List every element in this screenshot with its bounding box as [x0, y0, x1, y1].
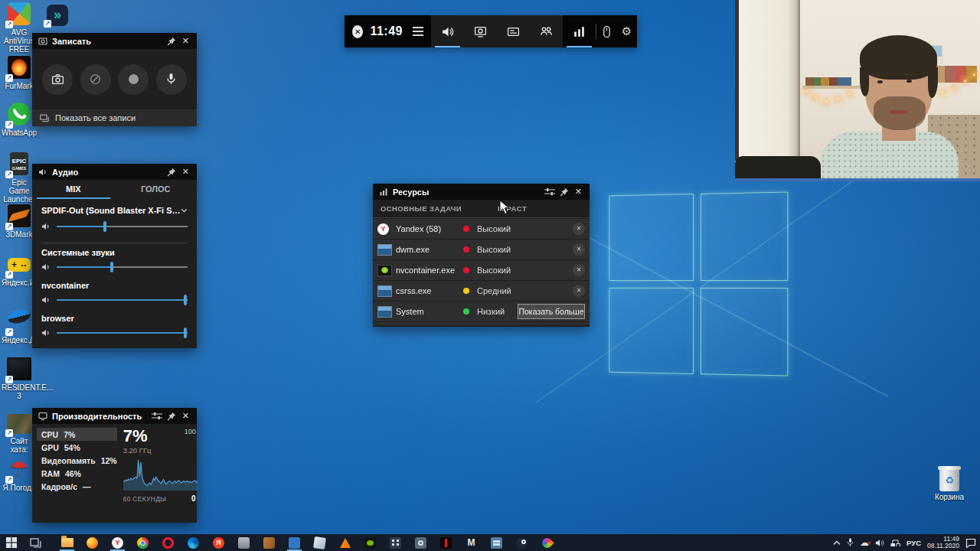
taskbar-3d-viewer[interactable]	[307, 534, 332, 551]
pin-icon[interactable]	[560, 187, 569, 197]
taskbar-vlc[interactable]	[332, 534, 358, 551]
tab-voice[interactable]: ГОЛОС	[115, 180, 198, 199]
metric-row-cpu[interactable]: CPU 7%	[37, 428, 117, 441]
taskbar-firefox[interactable]	[80, 534, 105, 551]
taskbar-game-center[interactable]	[231, 534, 256, 551]
recycle-bin-icon: ♻	[939, 468, 959, 491]
taskbar-steam[interactable]	[509, 534, 534, 551]
widget-menu-icon[interactable]	[413, 27, 423, 36]
action-center-button[interactable]	[965, 538, 976, 548]
record-last-button[interactable]	[80, 64, 111, 95]
webcam-detail	[848, 93, 851, 95]
desktop-icon-filmora[interactable]: »↗	[40, 3, 75, 26]
speaker-icon	[41, 222, 51, 231]
tab-mix[interactable]: MIX	[32, 180, 115, 199]
impact-dot	[463, 246, 469, 253]
nvidia-icon	[377, 265, 392, 276]
close-icon[interactable]: ✕	[181, 411, 191, 421]
taskbar-opera[interactable]	[155, 534, 181, 551]
broadcast-widget-button[interactable]	[497, 15, 530, 47]
pin-icon[interactable]	[167, 37, 176, 46]
volume-slider-system[interactable]	[57, 262, 188, 272]
taskbar-nvidia[interactable]	[358, 534, 383, 551]
close-icon[interactable]: ✕	[573, 187, 583, 197]
gamebar-settings-button[interactable]: ⚙	[616, 15, 637, 47]
tray-volume[interactable]	[875, 539, 884, 547]
resources-column-headers: ОСНОВНЫЕ ЗАДАЧИ IMPACT	[373, 200, 590, 218]
close-icon[interactable]: ✕	[181, 167, 191, 177]
metric-value: —	[83, 482, 91, 491]
metric-label: Кадров/с	[41, 482, 77, 491]
taskbar-app-orange[interactable]	[256, 534, 282, 551]
end-task-button[interactable]: ✕	[573, 243, 585, 256]
task-view-button[interactable]	[23, 534, 48, 551]
volume-slider-nvcontainer[interactable]	[57, 295, 188, 305]
webcam-detail	[942, 91, 944, 93]
volume-row-browser	[41, 323, 188, 343]
performance-widget-button[interactable]	[563, 15, 596, 47]
filter-icon[interactable]	[544, 187, 555, 196]
audio-device-selector[interactable]: SPDIF-Out (Sound Blaster X-Fi Surround..…	[41, 206, 188, 215]
tray-network[interactable]	[890, 539, 900, 547]
close-icon[interactable]: ✕	[181, 36, 191, 46]
camera-icon	[415, 537, 426, 549]
taskbar-app-red[interactable]	[433, 534, 459, 551]
screenshot-button[interactable]	[42, 64, 73, 95]
start-button[interactable]	[0, 534, 23, 551]
taskbar-calculator[interactable]	[383, 534, 408, 551]
metric-row-ram[interactable]: RAM 46%	[37, 467, 117, 480]
impact-label: Высокий	[475, 266, 562, 275]
tray-microphone[interactable]	[847, 538, 854, 547]
capture-widget-button[interactable]	[464, 15, 497, 47]
taskbar-yandex[interactable]: Я	[206, 534, 231, 551]
slider-knob[interactable]	[110, 262, 113, 272]
taskbar-camera[interactable]	[408, 534, 433, 551]
resources-widget-header[interactable]: Ресурсы ✕	[373, 184, 590, 200]
slider-knob[interactable]	[184, 328, 187, 338]
microphone-toggle-button[interactable]	[156, 64, 187, 95]
impact-dot	[463, 308, 469, 315]
pin-icon[interactable]	[167, 168, 176, 177]
taskbar-app-blue[interactable]	[282, 534, 307, 551]
mouse-settings-button[interactable]	[596, 15, 616, 47]
filter-icon[interactable]	[152, 412, 162, 420]
taskbar-app-lj[interactable]	[484, 534, 509, 551]
slider-knob[interactable]	[103, 221, 106, 232]
end-task-button[interactable]: ✕	[573, 223, 585, 235]
taskbar-app-m[interactable]: M	[459, 534, 484, 551]
taskbar-paint[interactable]	[534, 534, 560, 551]
capture-widget-header[interactable]: Записать ✕	[32, 33, 197, 49]
webcam-detail	[837, 98, 839, 100]
desktop-icon-resident-evil[interactable]: ↗ RESIDENT.E... 3	[2, 357, 37, 400]
audio-widget-header[interactable]: Аудио ✕	[32, 164, 197, 180]
taskbar-yandex-browser[interactable]: Y	[105, 534, 130, 551]
taskbar-clock[interactable]: 11:49 08.11.2020	[927, 536, 959, 550]
tray-onedrive[interactable]: ☁✕	[860, 538, 869, 547]
taskbar-file-explorer[interactable]	[54, 534, 80, 551]
volume-slider-browser[interactable]	[57, 328, 188, 338]
pin-icon[interactable]	[167, 412, 176, 421]
end-task-button[interactable]: ✕	[573, 264, 585, 276]
metric-row-vram[interactable]: Видеопамять 12%	[37, 454, 117, 467]
slider-knob[interactable]	[184, 295, 187, 305]
3d-viewer-icon	[313, 536, 326, 549]
language-indicator[interactable]: РУС	[906, 539, 921, 547]
metric-row-fps[interactable]: Кадров/с —	[37, 480, 117, 493]
show-more-button[interactable]: Показать больше	[518, 304, 585, 319]
show-all-captures-button[interactable]: Показать все записи	[32, 109, 197, 126]
audio-widget-button[interactable]	[431, 15, 464, 47]
desktop-icon-recycle-bin[interactable]: ♻ Корзина	[929, 468, 969, 501]
metric-row-gpu[interactable]: GPU 54%	[37, 441, 117, 454]
people-icon	[540, 25, 553, 38]
performance-widget-header[interactable]: Производительность ✕	[32, 408, 197, 424]
volume-slider-device[interactable]	[57, 221, 188, 232]
end-task-button[interactable]: ✕	[573, 285, 585, 297]
record-button[interactable]	[118, 64, 149, 95]
xbox-icon[interactable]: ✕	[352, 25, 363, 38]
taskbar-edge[interactable]	[181, 534, 206, 551]
capture-widget-icon	[38, 37, 47, 46]
tray-expand-button[interactable]	[833, 540, 841, 546]
looking-for-group-button[interactable]	[530, 15, 563, 47]
metric-label: GPU	[41, 443, 59, 452]
taskbar-chrome[interactable]	[130, 534, 155, 551]
